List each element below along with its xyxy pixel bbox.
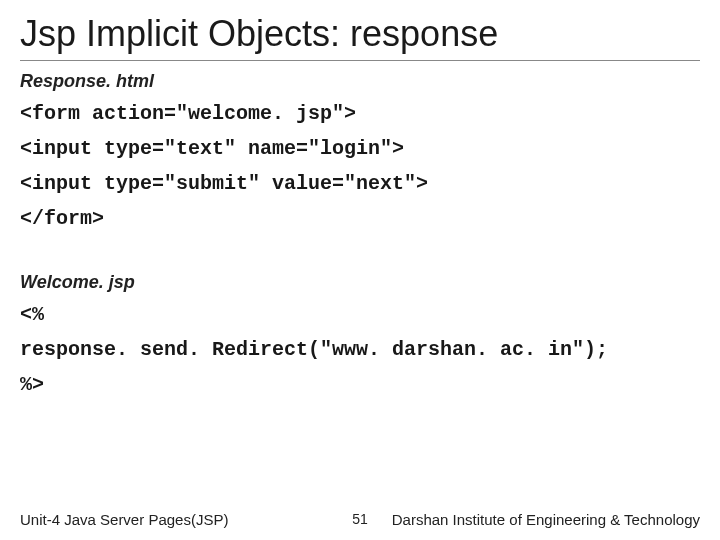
slide-title: Jsp Implicit Objects: response — [20, 14, 700, 61]
section2-heading: Welcome. jsp — [20, 272, 700, 293]
section1-code: <form action="welcome. jsp"> <input type… — [20, 96, 700, 236]
section2-code: <% response. send. Redirect("www. darsha… — [20, 297, 700, 402]
slide-footer: Unit-4 Java Server Pages(JSP) 51 Darshan… — [0, 511, 720, 528]
page-number: 51 — [352, 511, 368, 527]
footer-right: Darshan Institute of Engineering & Techn… — [392, 511, 700, 528]
section1-heading: Response. html — [20, 71, 700, 92]
footer-left: Unit-4 Java Server Pages(JSP) — [20, 511, 228, 528]
